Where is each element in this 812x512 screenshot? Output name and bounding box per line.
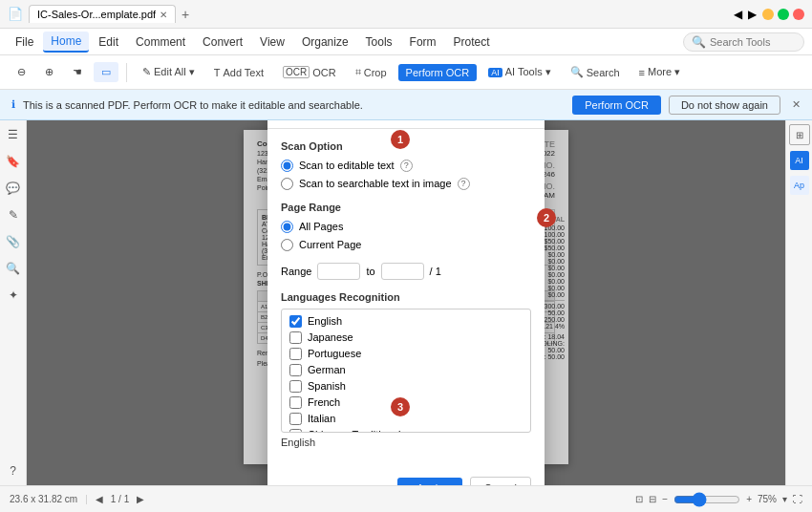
fit-page-icon[interactable]: ⊡ xyxy=(635,494,643,504)
scan-editable-radio[interactable] xyxy=(281,160,293,172)
lang-japanese-check[interactable] xyxy=(289,331,302,344)
range-from-input[interactable] xyxy=(317,263,360,280)
zoom-in-button[interactable]: ⊕ xyxy=(37,62,61,82)
lang-chinese-traditional[interactable]: Chinese_Traditional xyxy=(286,427,526,433)
scan-editable-help-icon[interactable]: ? xyxy=(400,160,413,172)
all-pages-radio[interactable] xyxy=(281,221,293,233)
sidebar-icon-search[interactable]: 🔍 xyxy=(3,258,24,279)
search-button[interactable]: 🔍 Search xyxy=(563,62,628,82)
ai-tools-button[interactable]: AI AI Tools ▾ xyxy=(481,62,559,82)
lang-title: Languages Recognition xyxy=(281,291,531,303)
right-sidebar-ap-icon[interactable]: Ap xyxy=(790,176,809,195)
minimize-button[interactable] xyxy=(762,9,774,20)
right-sidebar-grid-icon[interactable]: ⊞ xyxy=(789,124,810,145)
range-label: Range xyxy=(281,266,311,277)
sidebar-icon-edit[interactable]: ✎ xyxy=(3,204,24,225)
lang-english-check[interactable] xyxy=(289,315,302,328)
perform-ocr-notification-button[interactable]: Perform OCR xyxy=(572,96,661,115)
lang-portuguese[interactable]: Portuguese xyxy=(286,346,526,362)
menu-comment[interactable]: Comment xyxy=(128,32,193,52)
lang-japanese[interactable]: Japanese xyxy=(286,330,526,346)
menu-home[interactable]: Home xyxy=(43,32,89,53)
do-not-show-button[interactable]: Do not show again xyxy=(669,96,780,115)
lang-portuguese-check[interactable] xyxy=(289,348,302,360)
sidebar-icon-comment[interactable]: 💬 xyxy=(3,178,24,199)
hand-icon: ☚ xyxy=(73,66,82,78)
perform-ocr-button[interactable]: Perform OCR xyxy=(398,64,478,81)
range-to-label: to xyxy=(366,266,374,277)
search-box[interactable]: 🔍 xyxy=(683,32,804,52)
right-sidebar-ai-icon[interactable]: AI xyxy=(790,151,809,170)
scan-searchable-radio[interactable] xyxy=(281,178,293,190)
tab-close-icon[interactable]: ✕ xyxy=(160,10,167,20)
all-pages-option[interactable]: All Pages xyxy=(281,221,531,233)
sidebar-icon-help[interactable]: ? xyxy=(3,460,24,481)
search-input[interactable] xyxy=(710,36,796,48)
lang-german-check[interactable] xyxy=(289,364,302,376)
scan-editable-option[interactable]: Scan to editable text ? xyxy=(281,160,531,172)
tab-pdf[interactable]: IC-Sales-Or...emplate.pdf ✕ xyxy=(29,5,176,23)
lang-japanese-label: Japanese xyxy=(308,331,353,343)
select-tool-button[interactable]: ▭ xyxy=(94,62,118,82)
sidebar-icon-bookmark[interactable]: 🔖 xyxy=(3,151,24,172)
title-bar-left: 📄 IC-Sales-Or...emplate.pdf ✕ + xyxy=(8,5,734,23)
sidebar-icon-attach[interactable]: 📎 xyxy=(3,231,24,252)
range-to-input[interactable] xyxy=(381,263,424,280)
lang-spanish-label: Spanish xyxy=(308,380,346,392)
fullscreen-icon[interactable]: ⛶ xyxy=(793,494,802,504)
ocr-bar-close-icon[interactable]: ✕ xyxy=(792,98,801,111)
search-icon: 🔍 xyxy=(570,66,584,78)
zoom-out-button[interactable]: ⊖ xyxy=(10,62,33,82)
zoom-dropdown-icon[interactable]: ▾ xyxy=(782,494,787,504)
more-button[interactable]: ≡ More ▾ xyxy=(631,62,689,82)
menu-form[interactable]: Form xyxy=(402,32,444,52)
lang-english-label: English xyxy=(308,315,342,327)
sidebar-icon-star[interactable]: ✦ xyxy=(3,285,24,306)
perform-ocr-label: Perform OCR xyxy=(406,67,470,78)
page-next-icon[interactable]: ▶ xyxy=(137,494,144,504)
close-button[interactable] xyxy=(793,9,804,20)
window-controls xyxy=(762,9,804,20)
hand-tool-button[interactable]: ☚ xyxy=(65,62,90,82)
zoom-slider[interactable] xyxy=(673,492,740,507)
lang-french-check[interactable] xyxy=(289,396,302,409)
menu-file[interactable]: File xyxy=(8,32,41,52)
apply-button[interactable]: Apply xyxy=(397,478,462,486)
menu-organize[interactable]: Organize xyxy=(294,32,356,52)
nav-back-icon[interactable]: ◀ xyxy=(734,8,742,21)
current-page-radio[interactable] xyxy=(281,239,293,251)
all-pages-label: All Pages xyxy=(299,221,343,232)
zoom-in-status-icon[interactable]: + xyxy=(746,494,752,504)
new-tab-button[interactable]: + xyxy=(182,7,189,22)
page-prev-icon[interactable]: ◀ xyxy=(96,494,103,504)
cancel-button[interactable]: Cancel xyxy=(470,477,531,486)
lang-english[interactable]: English xyxy=(286,313,526,330)
lang-italian-check[interactable] xyxy=(289,413,302,425)
edit-all-button[interactable]: ✎ Edit All ▾ xyxy=(135,62,203,82)
crop-button[interactable]: ⌗ Crop xyxy=(348,62,395,82)
menu-tools[interactable]: Tools xyxy=(358,32,400,52)
nav-forward-icon[interactable]: ▶ xyxy=(748,8,757,21)
sidebar-icon-menu[interactable]: ☰ xyxy=(3,124,24,145)
zoom-out-status-icon[interactable]: − xyxy=(662,494,668,504)
current-page-option[interactable]: Current Page xyxy=(281,239,531,251)
scan-searchable-option[interactable]: Scan to searchable text in image ? xyxy=(281,178,531,190)
ocr-button[interactable]: OCR OCR xyxy=(275,62,344,82)
fit-width-icon[interactable]: ⊟ xyxy=(649,494,656,504)
current-page-label: Current Page xyxy=(299,239,361,250)
lang-german[interactable]: German xyxy=(286,362,526,378)
maximize-button[interactable] xyxy=(778,9,789,20)
menu-protect[interactable]: Protect xyxy=(446,32,498,52)
ocr-icon: OCR xyxy=(283,66,310,78)
lang-spanish-check[interactable] xyxy=(289,380,302,393)
lang-chinese-traditional-check[interactable] xyxy=(289,429,302,433)
lang-spanish[interactable]: Spanish xyxy=(286,378,526,395)
step-circle-3-main: 3 xyxy=(391,397,410,416)
menu-view[interactable]: View xyxy=(252,32,292,52)
scan-searchable-help-icon[interactable]: ? xyxy=(458,178,470,190)
dialog-footer: Apply Cancel xyxy=(267,469,545,486)
menu-convert[interactable]: Convert xyxy=(195,32,250,52)
add-text-button[interactable]: T Add Text xyxy=(206,63,271,82)
menu-edit[interactable]: Edit xyxy=(91,32,126,52)
dialog-title-bar: OCR PDF ✕ xyxy=(267,120,545,129)
